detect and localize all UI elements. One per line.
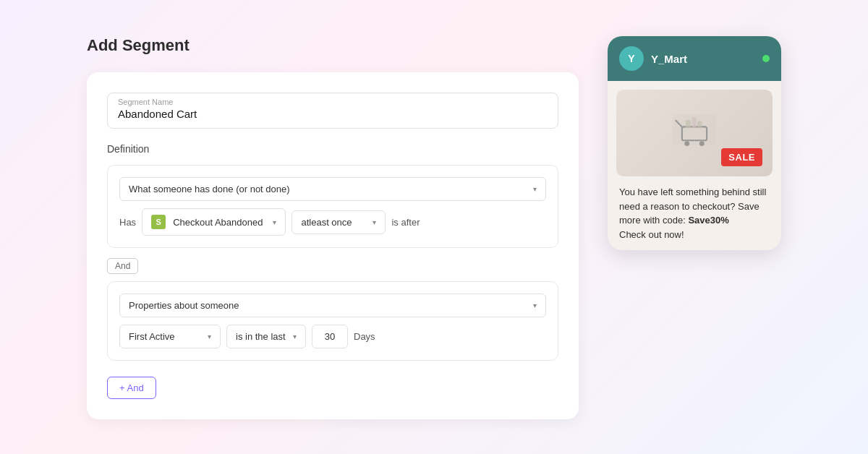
phone-mockup: Y Y_Mart bbox=[608, 36, 781, 250]
chevron-down-icon: ▾ bbox=[533, 185, 537, 193]
segment-name-field: Segment Name Abandoned Cart bbox=[107, 93, 558, 129]
segment-name-value: Abandoned Cart bbox=[118, 108, 197, 120]
phone-content: SALE You have left something behind stil… bbox=[608, 81, 781, 250]
phone-preview: Y Y_Mart bbox=[608, 36, 781, 250]
and-badge: And bbox=[107, 258, 138, 274]
condition-block-2: Properties about someone ▾ First Active … bbox=[107, 281, 558, 361]
chevron-down-icon-5: ▾ bbox=[208, 333, 211, 340]
product-image: SALE bbox=[616, 90, 773, 176]
svg-rect-4 bbox=[686, 120, 691, 128]
app-name: Y_Mart bbox=[651, 53, 755, 65]
days-label: Days bbox=[354, 331, 375, 342]
condition2-value-input[interactable] bbox=[312, 325, 348, 348]
condition1-frequency-dropdown[interactable]: atleast once ▾ bbox=[292, 210, 386, 234]
cart-illustration bbox=[669, 111, 720, 155]
condition2-operator-dropdown[interactable]: is in the last ▾ bbox=[226, 325, 306, 348]
promo-code: Save30% bbox=[688, 215, 728, 226]
add-segment-panel: Add Segment Segment Name Abandoned Cart … bbox=[87, 36, 579, 419]
sale-badge: SALE bbox=[721, 148, 762, 166]
condition2-type-dropdown[interactable]: Properties about someone ▾ bbox=[119, 294, 546, 317]
phone-header: Y Y_Mart bbox=[608, 36, 781, 81]
condition-block-1: What someone has done (or not done) ▾ Ha… bbox=[107, 165, 558, 248]
chevron-down-icon-4: ▾ bbox=[533, 301, 537, 309]
avatar: Y bbox=[619, 46, 644, 71]
svg-rect-6 bbox=[697, 121, 702, 128]
and-separator: And bbox=[107, 258, 558, 274]
chevron-down-icon-3: ▾ bbox=[373, 218, 376, 226]
segment-name-input-wrapper[interactable]: Segment Name Abandoned Cart bbox=[107, 93, 558, 129]
chevron-down-icon-2: ▾ bbox=[273, 218, 276, 226]
condition2-property-dropdown[interactable]: First Active ▾ bbox=[119, 325, 221, 348]
condition1-event-dropdown[interactable]: S Checkout Abandoned ▾ bbox=[142, 208, 286, 236]
svg-point-3 bbox=[699, 141, 705, 146]
add-and-button[interactable]: + And bbox=[107, 377, 156, 399]
svg-point-2 bbox=[684, 141, 689, 146]
time-label: is after bbox=[391, 217, 420, 228]
chevron-down-icon-6: ▾ bbox=[293, 333, 297, 340]
condition1-type-dropdown[interactable]: What someone has done (or not done) ▾ bbox=[119, 177, 546, 201]
message-text: You have left something behind still nee… bbox=[616, 185, 773, 241]
page-title: Add Segment bbox=[87, 36, 579, 55]
has-label: Has bbox=[119, 217, 136, 228]
segment-name-label: Segment Name bbox=[118, 98, 548, 106]
definition-label: Definition bbox=[107, 143, 558, 155]
online-indicator bbox=[762, 55, 770, 62]
shopify-icon: S bbox=[151, 215, 166, 229]
form-card: Segment Name Abandoned Cart Definition W… bbox=[87, 72, 579, 419]
svg-rect-5 bbox=[692, 118, 697, 129]
